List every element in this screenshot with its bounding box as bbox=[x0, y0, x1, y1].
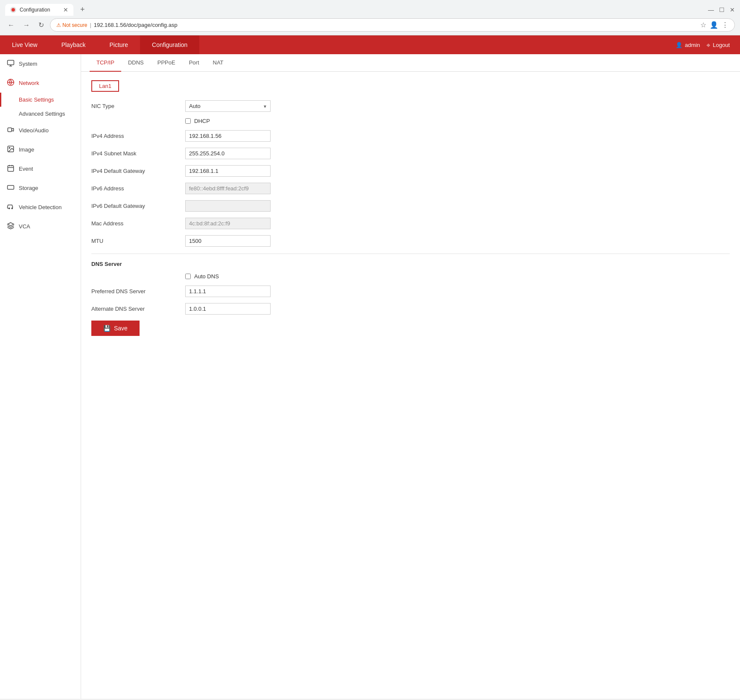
mac-address-input bbox=[185, 218, 271, 229]
vca-icon bbox=[7, 222, 15, 231]
browser-tab[interactable]: Configuration ✕ bbox=[5, 4, 73, 16]
tab-close-icon[interactable]: ✕ bbox=[63, 6, 68, 13]
sidebar-subitem-basic-settings[interactable]: Basic Settings bbox=[0, 93, 81, 107]
sidebar-label-image: Image bbox=[19, 146, 34, 153]
sidebar-item-vca[interactable]: VCA bbox=[0, 217, 81, 236]
ipv4-address-label: IPv4 Address bbox=[91, 133, 185, 139]
sidebar-label-video: Video/Audio bbox=[19, 127, 49, 134]
tab-bar: TCP/IP DDNS PPPoE Port NAT bbox=[81, 54, 740, 72]
video-icon bbox=[7, 126, 15, 135]
save-icon: 💾 bbox=[103, 325, 111, 332]
logout-button[interactable]: ⎆ Logout bbox=[702, 38, 735, 52]
app-header: Live View Playback Picture Configuration… bbox=[0, 35, 740, 54]
close-icon[interactable]: ✕ bbox=[730, 6, 735, 13]
dhcp-checkbox[interactable] bbox=[185, 118, 191, 124]
nav-configuration[interactable]: Configuration bbox=[140, 35, 199, 54]
address-text: 192.168.1.56/doc/page/config.asp bbox=[94, 22, 698, 28]
sidebar-label-system: System bbox=[19, 61, 37, 67]
svg-point-4 bbox=[9, 147, 10, 148]
alternate-dns-label: Alternate DNS Server bbox=[91, 306, 185, 312]
svg-rect-6 bbox=[8, 186, 14, 190]
sidebar-subitem-advanced-settings[interactable]: Advanced Settings bbox=[0, 107, 81, 121]
ipv4-subnet-label: IPv4 Subnet Mask bbox=[91, 150, 185, 157]
ipv6-gateway-input[interactable] bbox=[185, 200, 271, 212]
back-button[interactable]: ← bbox=[5, 20, 17, 31]
nic-type-select-wrapper[interactable]: Auto 10M Half-dup 10M Full-dup 100M Half… bbox=[185, 100, 271, 112]
tab-nat[interactable]: NAT bbox=[206, 54, 230, 72]
profile-icon[interactable]: 👤 bbox=[710, 21, 718, 29]
sidebar-label-network: Network bbox=[19, 80, 39, 86]
sidebar-item-network[interactable]: Network bbox=[0, 73, 81, 93]
sidebar-item-system[interactable]: System bbox=[0, 54, 81, 73]
tab-tcpip[interactable]: TCP/IP bbox=[90, 54, 121, 72]
ipv4-subnet-row: IPv4 Subnet Mask bbox=[91, 148, 730, 159]
tab-port[interactable]: Port bbox=[182, 54, 206, 72]
new-tab-button[interactable]: + bbox=[77, 3, 88, 16]
logout-icon: ⎆ bbox=[707, 42, 710, 48]
event-icon bbox=[7, 164, 15, 173]
save-button[interactable]: 💾 Save bbox=[91, 321, 140, 336]
sidebar: System Network Basic Settings Advanced S… bbox=[0, 54, 81, 699]
nic-type-label: NIC Type bbox=[91, 103, 185, 109]
auto-dns-row: Auto DNS bbox=[185, 273, 730, 280]
sidebar-item-vehicle-detection[interactable]: Vehicle Detection bbox=[0, 198, 81, 217]
ipv4-gateway-label: IPv4 Default Gateway bbox=[91, 168, 185, 174]
maximize-icon[interactable]: ☐ bbox=[719, 6, 725, 13]
auto-dns-label[interactable]: Auto DNS bbox=[194, 273, 219, 280]
sidebar-label-vca: VCA bbox=[19, 223, 30, 230]
image-icon bbox=[7, 145, 15, 154]
sidebar-label-vehicle: Vehicle Detection bbox=[19, 204, 61, 210]
svg-point-0 bbox=[12, 8, 15, 12]
preferred-dns-input[interactable] bbox=[185, 286, 271, 297]
network-icon bbox=[7, 79, 15, 88]
sidebar-item-storage[interactable]: Storage bbox=[0, 178, 81, 198]
sidebar-item-image[interactable]: Image bbox=[0, 140, 81, 159]
forward-button[interactable]: → bbox=[20, 20, 32, 31]
menu-icon[interactable]: ⋮ bbox=[722, 21, 728, 29]
mtu-row: MTU bbox=[91, 235, 730, 247]
ipv4-address-row: IPv4 Address bbox=[91, 130, 730, 142]
alternate-dns-row: Alternate DNS Server bbox=[91, 303, 730, 315]
ipv6-gateway-label: IPv6 Default Gateway bbox=[91, 203, 185, 209]
security-warning: ⚠ Not secure bbox=[56, 22, 87, 28]
svg-rect-1 bbox=[8, 60, 14, 65]
tab-ddns[interactable]: DDNS bbox=[121, 54, 151, 72]
window-controls: — ☐ ✕ bbox=[708, 6, 735, 13]
ipv4-address-input[interactable] bbox=[185, 130, 271, 142]
storage-icon bbox=[7, 184, 15, 192]
sidebar-item-event[interactable]: Event bbox=[0, 159, 81, 178]
mac-address-row: Mac Address bbox=[91, 218, 730, 229]
dhcp-label[interactable]: DHCP bbox=[194, 118, 210, 124]
ipv4-subnet-input[interactable] bbox=[185, 148, 271, 159]
refresh-button[interactable]: ↻ bbox=[36, 19, 47, 31]
dhcp-row: DHCP bbox=[185, 118, 730, 124]
preferred-dns-label: Preferred DNS Server bbox=[91, 288, 185, 295]
minimize-icon[interactable]: — bbox=[708, 6, 714, 13]
nic-type-select[interactable]: Auto 10M Half-dup 10M Full-dup 100M Half… bbox=[185, 100, 271, 112]
system-icon bbox=[7, 59, 15, 68]
lan1-button[interactable]: Lan1 bbox=[91, 80, 119, 92]
nav-playback[interactable]: Playback bbox=[50, 35, 98, 54]
alternate-dns-input[interactable] bbox=[185, 303, 271, 315]
browser-chrome: Configuration ✕ + — ☐ ✕ ← → ↻ ⚠ Not secu… bbox=[0, 0, 740, 35]
preferred-dns-row: Preferred DNS Server bbox=[91, 286, 730, 297]
tab-pppoe[interactable]: PPPoE bbox=[151, 54, 182, 72]
mtu-label: MTU bbox=[91, 238, 185, 244]
tab-favicon bbox=[10, 7, 16, 13]
form-area: Lan1 NIC Type Auto 10M Half-dup 10M Full… bbox=[81, 72, 740, 344]
nav-picture[interactable]: Picture bbox=[97, 35, 140, 54]
nav-live-view[interactable]: Live View bbox=[0, 35, 50, 54]
ipv4-gateway-input[interactable] bbox=[185, 165, 271, 177]
sidebar-item-video-audio[interactable]: Video/Audio bbox=[0, 121, 81, 140]
ipv6-address-row: IPv6 Address bbox=[91, 183, 730, 194]
auto-dns-checkbox[interactable] bbox=[185, 274, 191, 279]
bookmark-icon[interactable]: ☆ bbox=[700, 21, 706, 29]
dns-section-title: DNS Server bbox=[91, 261, 730, 267]
mtu-input[interactable] bbox=[185, 235, 271, 247]
ipv6-address-input[interactable] bbox=[185, 183, 271, 194]
address-bar[interactable]: ⚠ Not secure | 192.168.1.56/doc/page/con… bbox=[50, 18, 735, 32]
admin-label: admin bbox=[685, 42, 700, 48]
nic-type-row: NIC Type Auto 10M Half-dup 10M Full-dup … bbox=[91, 100, 730, 112]
app-body: System Network Basic Settings Advanced S… bbox=[0, 54, 740, 699]
ipv6-address-label: IPv6 Address bbox=[91, 185, 185, 192]
